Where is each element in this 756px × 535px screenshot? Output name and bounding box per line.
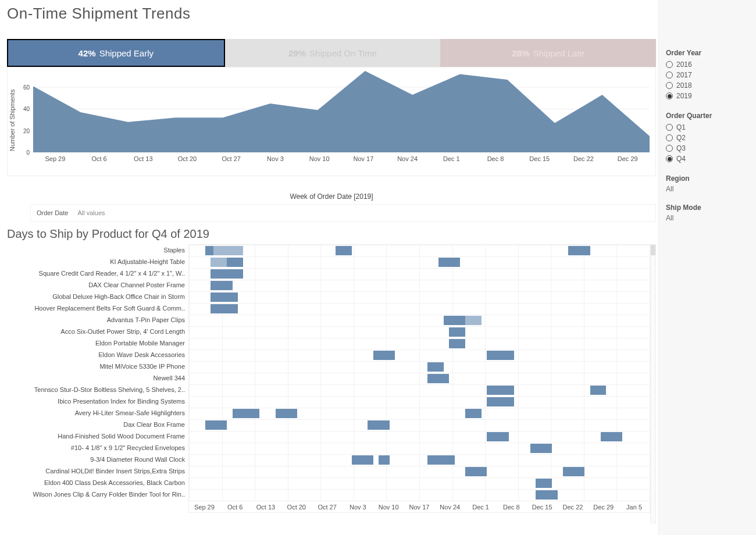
gantt-x-tick: Nov 24	[434, 501, 465, 512]
filter-panel: Order Year 2016201720182019 Order Quarte…	[658, 0, 756, 535]
gantt-bar[interactable]	[211, 293, 238, 302]
gantt-row-label: Eldon Wave Desk Accessories	[7, 349, 188, 361]
gantt-row-label: Eldon 400 Class Desk Accessories, Black …	[7, 477, 188, 488]
area-y-tick: 0	[26, 149, 30, 156]
radio-year-2018[interactable]: 2018	[666, 80, 749, 91]
gantt-row-label: Eldon Portable Mobile Manager	[7, 337, 188, 349]
radio-year-label: 2017	[676, 71, 692, 79]
gantt-scrollbar[interactable]	[650, 244, 656, 523]
gantt-bar[interactable]	[536, 479, 552, 488]
filter-quarter-title: Order Quarter	[666, 112, 749, 120]
area-x-tick: Nov 10	[297, 155, 341, 162]
gantt-bar[interactable]	[438, 258, 460, 267]
gantt-row-label: Dax Clear Box Frame	[7, 419, 188, 430]
gantt-bar[interactable]	[568, 246, 590, 255]
gantt-bar[interactable]	[233, 409, 260, 418]
filter-shipmode[interactable]: Ship Mode All	[666, 204, 749, 222]
radio-quarter-q4[interactable]: Q4	[666, 154, 749, 164]
kpi-shipped-late[interactable]: 28% Shipped Late	[440, 39, 656, 67]
radio-icon	[666, 61, 673, 68]
gantt-bar[interactable]	[536, 490, 557, 500]
radio-year-label: 2019	[676, 92, 692, 100]
gantt-bar[interactable]	[205, 420, 227, 430]
gantt-bar[interactable]	[211, 269, 243, 279]
gantt-bar[interactable]	[427, 455, 455, 465]
gantt-bar[interactable]	[211, 281, 232, 290]
gantt-bar[interactable]	[601, 432, 622, 441]
gantt-row-label: Cardinal HOLDit! Binder Insert Strips,Ex…	[7, 465, 188, 477]
gantt-x-tick: Oct 20	[281, 501, 312, 512]
gantt-row-label: Advantus T-Pin Paper Clips	[7, 314, 188, 326]
gantt-bar[interactable]	[352, 455, 373, 465]
radio-year-label: 2018	[676, 81, 692, 90]
gantt-bar[interactable]	[373, 351, 395, 360]
order-date-label: Order Date	[31, 209, 77, 216]
area-x-tick: Sep 29	[33, 155, 77, 162]
gantt-bar[interactable]	[449, 327, 465, 337]
gantt-bar[interactable]	[465, 467, 487, 476]
area-x-tick: Nov 3	[254, 155, 298, 162]
gantt-x-tick: Dec 29	[588, 501, 619, 512]
gantt-row-label: Acco Six-Outlet Power Strip, 4' Cord Len…	[7, 326, 188, 337]
radio-quarter-q3[interactable]: Q3	[666, 143, 749, 154]
gantt-bar[interactable]	[487, 386, 514, 395]
area-y-tick: 60	[23, 84, 30, 91]
gantt-bar[interactable]	[211, 258, 227, 267]
gantt-row-label: Hoover Replacement Belts For Soft Guard …	[7, 302, 188, 314]
gantt-x-tick: Oct 6	[220, 501, 251, 512]
gantt-bar[interactable]	[449, 339, 465, 348]
area-x-tick: Oct 20	[165, 155, 209, 162]
gantt-row-label: Newell 344	[7, 372, 188, 384]
radio-quarter-q2[interactable]: Q2	[666, 133, 749, 143]
gantt-bar[interactable]	[444, 316, 465, 325]
gantt-bar[interactable]	[563, 467, 584, 476]
gantt-x-tick: Nov 3	[343, 501, 373, 512]
gantt-bar[interactable]	[427, 362, 444, 372]
filter-region[interactable]: Region All	[666, 174, 749, 193]
gantt-bar[interactable]	[590, 386, 607, 395]
gantt-bar[interactable]	[487, 351, 514, 360]
gantt-bar[interactable]	[487, 432, 508, 441]
kpi-shipped-early[interactable]: 42% Shipped Early	[7, 39, 225, 67]
area-x-tick: Dec 22	[562, 155, 606, 162]
gantt-row-label: Tennsco Stur-D-Stor Boltless Shelving, 5…	[7, 384, 188, 395]
page-title: On-Time Shipment Trends	[7, 5, 656, 23]
gantt-bar[interactable]	[465, 316, 482, 325]
radio-icon	[666, 134, 673, 141]
gantt-bar[interactable]	[379, 455, 390, 465]
gantt-bar[interactable]	[276, 409, 297, 418]
gantt-bar[interactable]	[487, 397, 514, 406]
gantt-row-label: Avery Hi-Liter Smear-Safe Highlighters	[7, 407, 188, 419]
radio-year-2016[interactable]: 2016	[666, 59, 749, 70]
area-x-tick: Nov 17	[341, 155, 386, 162]
gantt-bar[interactable]	[427, 374, 449, 383]
gantt-bar[interactable]	[530, 444, 552, 453]
gantt-x-tick: Dec 8	[496, 501, 527, 512]
kpi-tabs: 42% Shipped Early 29% Shipped On Time 28…	[7, 39, 656, 67]
gantt-bar[interactable]	[336, 246, 352, 255]
gantt-row-label: 9-3/4 Diameter Round Wall Clock	[7, 454, 188, 465]
area-x-tick: Dec 15	[518, 155, 562, 162]
gantt-x-tick: Dec 1	[465, 501, 496, 512]
gantt-bar[interactable]	[465, 409, 482, 418]
gantt-bar[interactable]	[368, 420, 389, 430]
area-x-tick: Oct 27	[209, 155, 254, 162]
radio-year-2019[interactable]: 2019	[666, 91, 749, 101]
area-y-title: Number of Shipments	[8, 71, 17, 170]
filter-shipmode-value: All	[666, 214, 749, 222]
area-x-title: Week of Order Date [2019]	[7, 192, 656, 201]
gantt-bar[interactable]	[227, 258, 243, 267]
filter-year-title: Order Year	[666, 49, 749, 57]
gantt-row-label: Square Credit Card Reader, 4 1/2" x 4 1/…	[7, 268, 188, 279]
gantt-bar[interactable]	[213, 246, 243, 255]
kpi-shipped-ontime[interactable]: 29% Shipped On Time	[225, 39, 441, 67]
gantt-row-label: Ibico Presentation Index for Binding Sys…	[7, 395, 188, 407]
gantt-bar[interactable]	[211, 304, 238, 313]
radio-quarter-q1[interactable]: Q1	[666, 122, 749, 133]
gantt-row-label: Mitel MiVoice 5330e IP Phone	[7, 361, 188, 372]
gantt-x-tick: Jan 5	[619, 501, 650, 512]
gantt-x-tick: Sep 29	[189, 501, 220, 512]
radio-year-2017[interactable]: 2017	[666, 70, 749, 80]
order-date-filter[interactable]: Order Date All values	[30, 204, 656, 222]
kpi-early-label: Shipped Early	[99, 48, 154, 58]
